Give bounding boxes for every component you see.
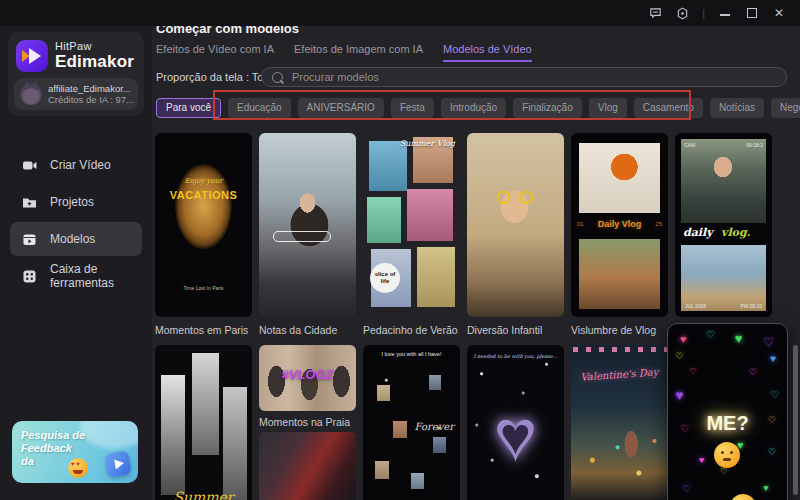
neon-heart-icon: ♡ bbox=[749, 368, 757, 377]
neon-heart-icon: ♡ bbox=[675, 352, 683, 361]
tab-modelos-de-video[interactable]: Modelos de Vídeo bbox=[443, 43, 532, 62]
templates-icon bbox=[22, 232, 37, 247]
sidebar-item-projetos[interactable]: Projetos bbox=[10, 185, 142, 219]
template-card[interactable]: CAM00:18:2dailyvlog.JUL 2006PM 08:20 bbox=[675, 133, 772, 317]
neon-heart-icon: ♡ bbox=[682, 484, 691, 494]
thumb-text: Time Lost In Paris bbox=[155, 285, 252, 291]
neon-heart-icon: ♥ bbox=[699, 456, 704, 465]
sidebar-item-label: Caixa de ferramentas bbox=[50, 262, 142, 290]
thumb-text: I love you with all I have! bbox=[363, 351, 460, 357]
minimize-button[interactable] bbox=[718, 6, 732, 20]
template-card[interactable] bbox=[259, 432, 356, 500]
sidebar-item-caixa-de-ferramentas[interactable]: Caixa de ferramentas bbox=[10, 259, 142, 293]
avatar bbox=[20, 83, 42, 105]
thumb-text: 00:18:2 bbox=[746, 142, 763, 148]
tab-efeitos-de-imagem-com-ia[interactable]: Efeitos de Imagem com IA bbox=[294, 43, 423, 62]
category-chip[interactable]: Para você bbox=[156, 98, 221, 118]
template-label: Momentos na Praia bbox=[259, 416, 356, 428]
close-button[interactable]: ✕ bbox=[772, 6, 786, 20]
edimakor-play-logo-icon bbox=[104, 450, 132, 478]
tab-efeitos-de-video-com-ia[interactable]: Efeitos de Vídeo com IA bbox=[156, 43, 274, 62]
category-chip[interactable]: ANIVERSÁRIO bbox=[298, 98, 384, 118]
search-bar[interactable] bbox=[261, 67, 787, 87]
template-card[interactable]: I needed to be with you, please... bbox=[467, 345, 564, 500]
thumb-text: Forever bbox=[415, 421, 454, 432]
neon-heart-icon: ♥ bbox=[770, 354, 776, 364]
thumb-text: VACATIONS bbox=[155, 189, 252, 201]
template-card[interactable]: Enjoy yourVACATIONSTime Lost In Paris bbox=[155, 133, 252, 317]
create-video-icon bbox=[22, 158, 37, 173]
heart-eyes-emoji-icon bbox=[68, 458, 88, 478]
brand-name-bottom: Edimakor bbox=[55, 52, 134, 72]
thinking-emoji-icon bbox=[714, 442, 740, 468]
template-card[interactable]: Summer bbox=[155, 345, 252, 500]
header-tabs: Efeitos de Vídeo com IA Efeitos de Image… bbox=[156, 43, 532, 62]
neon-heart-icon: ♡ bbox=[689, 368, 696, 376]
template-label: Diversão Infantil bbox=[467, 324, 564, 336]
template-card[interactable] bbox=[467, 133, 564, 317]
template-label: Notas da Cidade bbox=[259, 324, 356, 336]
neon-heart-icon: ♥ bbox=[680, 334, 687, 345]
category-chips: Para vocêEducaçãoANIVERSÁRIOFestaIntrodu… bbox=[156, 98, 800, 118]
projects-folder-icon bbox=[22, 195, 37, 210]
popup-title-text: ME? bbox=[668, 412, 787, 435]
thumb-text: I needed to be with you, please... bbox=[467, 353, 564, 359]
maximize-button[interactable] bbox=[745, 6, 759, 20]
template-card[interactable]: I love you with all I have!Forever bbox=[363, 345, 460, 500]
titlebar-separator: | bbox=[702, 7, 705, 19]
category-chip[interactable]: Educação bbox=[228, 98, 290, 118]
thumb-text: #VLOGZ bbox=[259, 367, 356, 382]
template-hover-preview[interactable]: ME? ♥♡♥♡♡♥♡♡♥♡♡♡♥♥♡♡♡♥ bbox=[667, 323, 788, 500]
sidebar-nav: Criar Vídeo Projetos Modelos Caixa de fe… bbox=[0, 148, 152, 293]
template-card[interactable]: #VLOGZ bbox=[259, 345, 356, 411]
thumb-text: Enjoy your bbox=[155, 177, 252, 185]
search-icon bbox=[272, 72, 283, 83]
thumb-text: CAM bbox=[684, 142, 695, 148]
sidebar-item-label: Modelos bbox=[50, 232, 95, 246]
thumb-text: Valentine's Day bbox=[571, 366, 668, 384]
titlebar: | ✕ bbox=[0, 0, 800, 26]
category-chip[interactable]: Festa bbox=[391, 98, 434, 118]
feedback-survey-banner[interactable]: Pesquisa de Feedback da bbox=[12, 421, 138, 483]
template-card[interactable]: Valentine's Day bbox=[571, 345, 668, 500]
thumb-text: vlog. bbox=[721, 226, 750, 239]
account-name: affiliate_Edimakor... bbox=[48, 83, 134, 94]
sidebar-item-modelos[interactable]: Modelos bbox=[10, 222, 142, 256]
category-chip[interactable]: Finalização bbox=[513, 98, 582, 118]
neon-heart-icon: ♥ bbox=[735, 332, 743, 345]
feedback-icon[interactable] bbox=[648, 6, 662, 20]
scrollbar-thumb[interactable] bbox=[793, 345, 798, 495]
thumb-text: PM 08:20 bbox=[741, 303, 762, 309]
neon-heart-icon: ♡ bbox=[720, 468, 727, 476]
category-chip[interactable]: Vlog bbox=[589, 98, 627, 118]
category-chip[interactable]: Notícias bbox=[710, 98, 764, 118]
neon-heart-icon: ♡ bbox=[763, 336, 774, 348]
template-card[interactable]: 01Daily Vlog25 bbox=[571, 133, 668, 317]
sidebar-item-label: Criar Vídeo bbox=[50, 158, 111, 172]
template-label: Pedacinho de Verão bbox=[363, 324, 460, 336]
thumb-text: 25 bbox=[655, 221, 662, 227]
template-card[interactable] bbox=[259, 133, 356, 317]
category-chip[interactable]: Casamento bbox=[634, 98, 703, 118]
settings-icon[interactable] bbox=[675, 6, 689, 20]
template-label: Momentos em Paris bbox=[155, 324, 252, 336]
template-card[interactable]: Summer Vlogslice of life bbox=[363, 133, 460, 317]
search-input[interactable] bbox=[290, 70, 776, 84]
neon-heart-icon: ♡ bbox=[768, 448, 776, 457]
category-chip[interactable]: Negócios bbox=[771, 98, 800, 118]
thumb-text: Summer Vlog bbox=[400, 139, 455, 148]
thumb-text: JUL 2006 bbox=[685, 303, 706, 309]
neon-heart-icon: ♡ bbox=[706, 330, 715, 340]
sidebar-item-criar-video[interactable]: Criar Vídeo bbox=[10, 148, 142, 182]
sidebar-item-label: Projetos bbox=[50, 195, 94, 209]
brand-panel: HitPaw Edimakor affiliate_Edimakor... Cr… bbox=[8, 32, 144, 116]
thumb-text: Daily Vlog bbox=[571, 219, 668, 229]
category-chip[interactable]: Introdução bbox=[441, 98, 506, 118]
account-chip[interactable]: affiliate_Edimakor... Créditos de IA : 9… bbox=[14, 78, 138, 110]
template-label: Vislumbre de Vlog bbox=[571, 324, 668, 336]
brand-name-top: HitPaw bbox=[55, 40, 134, 52]
neon-heart-icon: ♡ bbox=[770, 390, 779, 400]
thumb-text: slice of life bbox=[370, 263, 400, 293]
thumb-text: daily bbox=[683, 226, 713, 239]
account-credits: Créditos de IA : 97... bbox=[48, 94, 134, 105]
